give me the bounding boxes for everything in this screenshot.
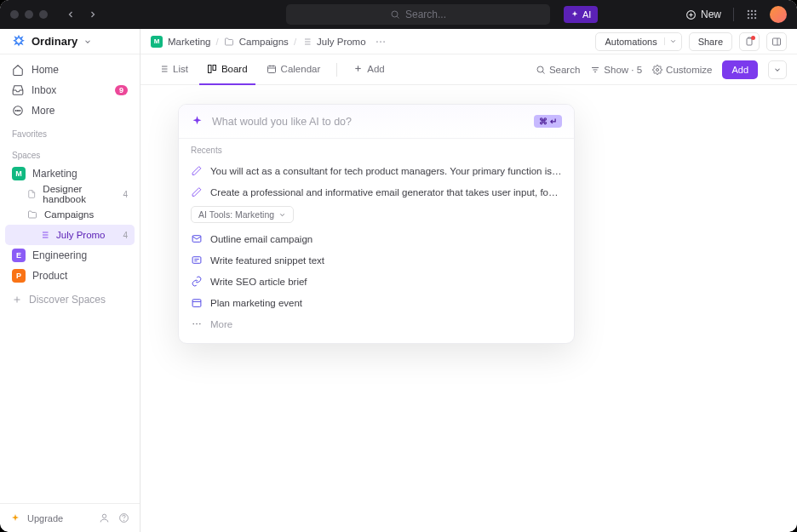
add-task-button[interactable]: Add [722, 60, 758, 79]
apps-grid-button[interactable] [746, 9, 758, 20]
svg-point-0 [392, 11, 398, 17]
calendar-icon [267, 64, 277, 74]
search-icon [536, 65, 546, 75]
sparkle-icon [10, 513, 20, 523]
sidebar-item-more[interactable]: More [5, 100, 135, 121]
breadcrumb-space-icon: M [151, 36, 163, 48]
search-icon [390, 9, 400, 20]
filter-icon [590, 65, 600, 75]
svg-point-61 [192, 323, 194, 325]
customize-button[interactable]: Customize [652, 65, 712, 75]
minimize-dot[interactable] [25, 10, 33, 19]
discover-spaces-button[interactable]: Discover Spaces [5, 289, 135, 310]
calendar-icon [191, 297, 203, 308]
svg-point-26 [102, 514, 106, 518]
svg-rect-56 [192, 257, 201, 264]
divider [733, 8, 734, 21]
more-horizontal-icon[interactable] [375, 36, 387, 48]
gear-icon [652, 65, 662, 75]
item-count: 4 [123, 190, 128, 199]
titlebar: Search... AI New [0, 0, 797, 29]
svg-point-6 [751, 10, 753, 12]
svg-point-15 [15, 110, 16, 111]
user-icon[interactable] [99, 512, 110, 523]
mail-icon [191, 233, 203, 244]
new-button[interactable]: New [685, 9, 721, 20]
global-search-input[interactable]: Search... [286, 4, 550, 25]
ai-tool-seo-brief[interactable]: Write SEO article brief [191, 271, 562, 292]
space-badge: E [12, 249, 26, 262]
svg-point-8 [748, 14, 749, 15]
breadcrumb-page[interactable]: July Promo [317, 37, 366, 47]
space-child-campaigns[interactable]: Campaigns [5, 204, 135, 225]
space-label: Engineering [32, 249, 87, 261]
nav-back-button[interactable] [61, 5, 80, 24]
show-filter-button[interactable]: Show · 5 [590, 65, 642, 75]
help-icon[interactable] [118, 512, 129, 523]
space-child-july-promo[interactable]: July Promo 4 [5, 225, 135, 245]
inbox-icon [12, 84, 24, 96]
sidebar-item-inbox[interactable]: Inbox 9 [5, 80, 135, 100]
panel-toggle-button[interactable] [766, 32, 787, 51]
upgrade-button[interactable]: Upgrade [27, 513, 63, 523]
svg-point-5 [748, 10, 749, 12]
plus-icon [12, 295, 22, 305]
automations-button[interactable]: Automations [595, 32, 681, 51]
sidebar: Ordinary Home Inbox 9 More Favorites [0, 29, 140, 532]
main-area: M Marketing / Campaigns / July Promo Aut… [140, 29, 797, 532]
ai-more-button[interactable]: More [191, 313, 562, 335]
folder-icon [224, 37, 234, 47]
ai-tool-featured-snippet[interactable]: Write featured snippet text [191, 249, 562, 271]
ai-command-panel: What would you like AI to do? ⌘ ↵ Recent… [178, 104, 575, 344]
ai-tool-outline-email[interactable]: Outline email campaign [191, 228, 562, 249]
close-dot[interactable] [10, 10, 19, 19]
svg-point-7 [754, 10, 756, 12]
space-child-designer-handbook[interactable]: Designer handbook 4 [5, 184, 135, 204]
svg-point-62 [196, 323, 198, 325]
view-tab-calendar[interactable]: Calendar [259, 54, 329, 85]
space-marketing[interactable]: M Marketing [5, 163, 135, 184]
share-button[interactable]: Share [689, 32, 732, 51]
recent-prompt-item[interactable]: Create a professional and informative em… [191, 181, 562, 203]
svg-line-1 [397, 16, 398, 18]
ai-badge-button[interactable]: AI [564, 6, 598, 23]
add-task-dropdown[interactable] [768, 60, 787, 79]
search-view-button[interactable]: Search [536, 65, 580, 75]
window-controls [10, 10, 48, 19]
breadcrumb: M Marketing / Campaigns / July Promo Aut… [140, 29, 797, 54]
notifications-button[interactable] [739, 32, 760, 51]
svg-point-49 [537, 66, 543, 72]
space-child-label: Campaigns [44, 209, 94, 220]
list-icon [158, 64, 169, 74]
nav-forward-button[interactable] [83, 5, 102, 24]
view-tab-board[interactable]: Board [199, 54, 255, 85]
sidebar-item-label: Inbox [32, 84, 56, 96]
sidebar-item-home[interactable]: Home [5, 60, 135, 80]
workspace-name: Ordinary [32, 35, 77, 48]
workspace-switcher[interactable]: Ordinary [0, 29, 140, 54]
automations-dropdown[interactable] [664, 37, 681, 45]
board-icon [207, 64, 217, 74]
recent-prompt-item[interactable]: You will act as a consultant for tech pr… [191, 160, 562, 181]
document-icon [27, 189, 36, 199]
ai-tool-plan-event[interactable]: Plan marketing event [191, 292, 562, 313]
svg-rect-43 [267, 66, 275, 72]
svg-rect-59 [192, 300, 201, 307]
svg-rect-41 [208, 65, 211, 72]
space-product[interactable]: P Product [5, 266, 135, 286]
more-horizontal-icon [191, 318, 203, 329]
space-engineering[interactable]: E Engineering [5, 245, 135, 266]
sparkle-icon [571, 10, 579, 19]
ai-prompt-input[interactable]: What would you like AI to do? [212, 116, 525, 128]
maximize-dot[interactable] [39, 10, 48, 19]
svg-point-17 [20, 110, 20, 111]
view-tab-list[interactable]: List [151, 54, 196, 85]
svg-point-34 [383, 41, 385, 43]
breadcrumb-folder[interactable]: Campaigns [239, 37, 289, 47]
ai-tools-filter-chip[interactable]: AI Tools: Marketing [191, 206, 294, 223]
search-placeholder: Search... [405, 9, 446, 20]
user-avatar[interactable] [770, 6, 787, 23]
add-view-button[interactable]: Add [346, 54, 392, 85]
breadcrumb-space[interactable]: Marketing [168, 37, 211, 47]
svg-point-12 [751, 17, 753, 19]
